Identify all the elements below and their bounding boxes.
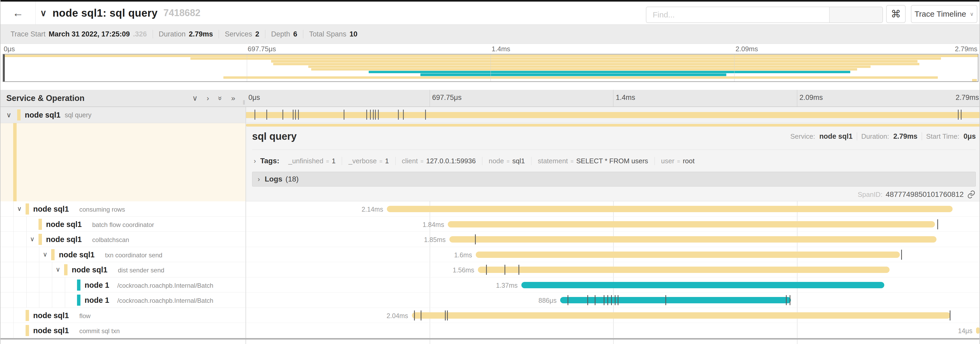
span-bar[interactable] (449, 236, 937, 243)
logs-count: (18) (286, 175, 299, 183)
chevron-right-icon[interactable]: › (254, 157, 256, 165)
span-bar-row-sql-query[interactable] (246, 107, 980, 123)
service-operation-header: Service & Operation ∨ › » » ‖ (0, 90, 246, 107)
log-tick (421, 310, 422, 320)
page-title: node sql1: sql query (52, 7, 158, 19)
log-tick (604, 295, 605, 305)
chevron-down-icon[interactable]: ∨ (30, 235, 35, 243)
tag-key: user (661, 157, 675, 165)
timeline-tick-label: 0μs (246, 94, 260, 102)
minimap-span-bar (420, 74, 727, 76)
log-tick (568, 295, 568, 305)
span-bar[interactable] (246, 112, 980, 118)
summary-item: Total Spans10 (303, 30, 363, 38)
span-bar[interactable] (387, 206, 953, 212)
timeline-minimap[interactable] (3, 54, 978, 82)
chevron-down-icon[interactable]: ∨ (17, 205, 22, 213)
timeline-ruler: 0μs697.75μs1.4ms2.09ms2.79ms (246, 90, 980, 107)
span-service-name: node 1 (85, 296, 109, 305)
log-tick (786, 295, 787, 305)
span-bar-row[interactable]: 2.04ms (246, 308, 980, 323)
span-bar-row[interactable]: 2.14ms (246, 201, 980, 217)
back-button[interactable]: ← (0, 2, 36, 24)
span-tree-row[interactable]: ∨node sql1consuming rows (0, 201, 246, 217)
tag-value: SELECT * FROM users (576, 157, 648, 165)
tag-key: statement (538, 157, 568, 165)
minimap-span-bar (308, 66, 871, 68)
logs-accordion[interactable]: › Logs (18) (252, 172, 976, 187)
tag-item: node=sql1 (482, 157, 531, 165)
span-bar[interactable] (976, 327, 980, 334)
span-tree-rows: ∨node sql1consuming rowsnode sql1batch f… (0, 201, 246, 344)
span-color-indicator (77, 280, 80, 291)
span-detail-title: sql query (252, 131, 297, 142)
span-tree-row[interactable]: ∨node sql1colbatchscan (0, 232, 246, 247)
summary-label: Trace Start (11, 30, 46, 38)
span-tree-row[interactable]: node 1/cockroach.roachpb.Internal/Batch (0, 277, 246, 293)
span-service-name: node sql1 (33, 326, 69, 335)
log-tick (425, 110, 426, 120)
span-tree-row[interactable]: node sql1batch flow coordinator (0, 217, 246, 232)
span-bar-row[interactable]: 1.37ms (246, 277, 980, 293)
tree-indent-guide (26, 217, 27, 232)
expand-one-icon[interactable]: › (207, 94, 209, 102)
collapse-all-icon[interactable]: » (216, 96, 224, 101)
span-bar[interactable] (448, 221, 935, 227)
span-tree-row[interactable]: node sql1commit sql txn (0, 323, 246, 338)
span-bar-row[interactable]: 886μs (246, 293, 980, 308)
span-tree-row[interactable]: node 1/cockroach.roachpb.Internal/Batch (0, 293, 246, 308)
column-resizer[interactable]: ‖ (243, 99, 246, 106)
chevron-down-icon[interactable]: ∨ (56, 266, 60, 273)
span-bar[interactable] (521, 282, 884, 288)
timeline-tick-label: 2.79ms (955, 45, 977, 53)
span-color-indicator (13, 123, 17, 201)
timeline-tick-label: 1.4ms (613, 94, 635, 102)
span-service-name: node sql1 (46, 220, 82, 229)
tag-value: 1 (332, 157, 336, 165)
span-tree-row[interactable]: ∨node sql1txn coordinator send (0, 247, 246, 262)
span-service-name: node sql1 (33, 205, 69, 213)
span-tree-row-sql-query[interactable]: ∨ node sql1 sql query (0, 107, 246, 123)
span-duration-label: 1.6ms (454, 251, 476, 259)
span-color-indicator (17, 109, 21, 120)
log-tick (519, 265, 519, 275)
tags-label[interactable]: Tags: (260, 157, 280, 165)
chevron-down-icon[interactable]: ∨ (43, 251, 48, 258)
span-tree-row[interactable]: node sql1flow (0, 308, 246, 323)
span-tree-row[interactable]: ∨node sql1dist sender send (0, 262, 246, 277)
span-bar-row[interactable]: 1.6ms (246, 247, 980, 262)
span-bar[interactable] (478, 267, 889, 273)
panel-divider[interactable] (245, 107, 246, 344)
span-bar-row[interactable]: 14μs (246, 323, 980, 338)
span-bar-row[interactable]: 1.85ms (246, 232, 980, 247)
log-tick (607, 295, 608, 305)
chevron-down-icon[interactable]: ∨ (40, 8, 47, 18)
find-input[interactable] (646, 7, 829, 22)
log-tick (266, 110, 267, 120)
chevron-down-icon[interactable]: ∨ (6, 111, 11, 119)
log-tick (504, 265, 505, 275)
command-icon: ⌘ (891, 8, 901, 20)
collapse-one-icon[interactable]: ∨ (192, 94, 198, 102)
span-operation-name: consuming rows (80, 206, 125, 213)
link-icon[interactable] (967, 190, 976, 199)
span-bar-row[interactable]: 1.56ms (246, 262, 980, 277)
minimap-drag-handle[interactable] (3, 54, 5, 82)
expand-all-icon[interactable]: » (231, 94, 235, 102)
summary-label: Duration (159, 30, 186, 38)
span-bar-row[interactable]: 1.84ms (246, 217, 980, 232)
span-bar[interactable] (476, 251, 900, 258)
span-service-name: node sql1 (46, 235, 82, 244)
minimap-axis: 0μs697.75μs1.4ms2.09ms2.79ms (3, 44, 978, 54)
trace-summary-bar: Trace StartMarch 31 2022, 17:25:09.326Du… (0, 24, 980, 44)
tag-value: root (683, 157, 695, 165)
span-detail-header: sql query Service: node sql1 Duration: 2… (252, 129, 976, 144)
span-bar[interactable] (412, 312, 950, 318)
tags-row[interactable]: › Tags: _unfinished=1_verbose=1client=12… (252, 153, 976, 169)
tree-indent-guide (26, 293, 27, 307)
summary-value: 6 (293, 30, 297, 38)
view-selector-button[interactable]: Trace Timeline ∨ (911, 5, 977, 23)
tag-key: client (402, 157, 418, 165)
minimap-span-bar (273, 63, 920, 65)
keyboard-shortcuts-button[interactable]: ⌘ (886, 5, 906, 23)
